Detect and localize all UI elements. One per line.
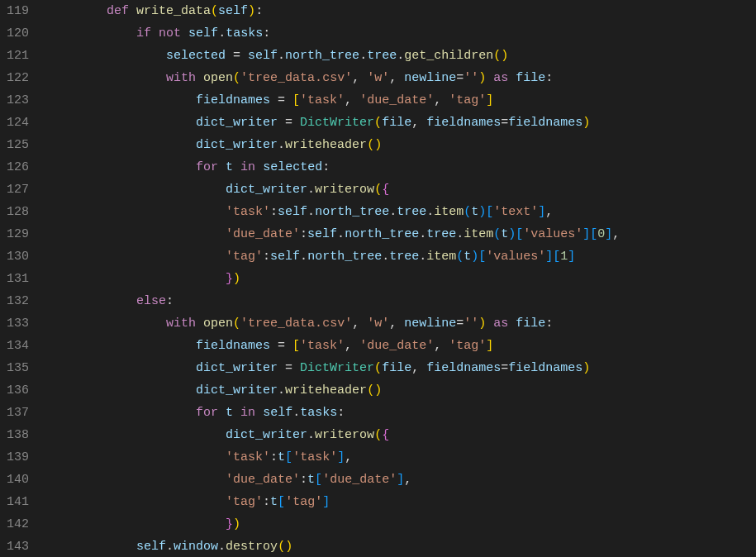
line-number: 143 [7,536,29,557]
token-self: north_tree [315,205,389,219]
token-br2: ] [605,227,612,241]
code-line[interactable]: dict_writer = DictWriter(file, fieldname… [47,112,756,134]
token-op: . [278,383,285,398]
token-op [181,26,188,40]
token-fn: open [203,317,233,331]
token-str: 'due_date' [226,473,300,487]
token-op: . [426,205,434,219]
token-br2: [ [285,450,292,464]
code-line[interactable]: self.window.destroy() [47,536,756,557]
token-br0: ) [582,361,590,375]
token-self: fieldnames [426,116,501,130]
token-br0: ) [478,71,486,85]
token-br0: ) [501,49,508,63]
token-op: . [389,205,397,219]
token-fn: destroy [226,540,278,554]
code-line[interactable]: 'tag':self.north_tree.tree.item(t)['valu… [47,245,756,268]
line-number: 140 [7,469,29,491]
code-line[interactable]: def write_data(self): [47,0,756,22]
token-str: 'tag' [285,495,322,509]
code-line[interactable]: dict_writer.writerow({ [47,179,756,201]
token-self: self [136,540,166,554]
code-line[interactable]: if not self.tasks: [47,22,756,45]
token-self: self [188,26,218,40]
token-op: . [307,205,315,219]
token-op: , [389,317,404,331]
line-number: 134 [7,335,29,357]
code-line[interactable]: else: [47,290,756,312]
token-kw: in [240,160,255,174]
token-str: 'values' [523,227,582,241]
token-br2: ] [538,205,545,219]
token-op: , [352,71,367,85]
code-line[interactable]: with open('tree_data.csv', 'w', newline=… [47,312,756,335]
code-editor[interactable]: 1191201211221231241251261271281291301311… [0,0,756,557]
code-line[interactable]: 'due_date':t['due_date'], [47,469,756,491]
token-op [129,4,136,18]
token-br0: ) [285,540,292,554]
token-op: = [270,93,292,107]
token-br2: ] [337,450,345,464]
token-self: newline [404,317,456,331]
token-op [255,406,263,420]
token-self: self [263,406,292,420]
code-line[interactable]: selected = self.north_tree.tree.get_chil… [47,45,756,67]
token-op: : [270,205,278,219]
line-number: 138 [7,424,29,446]
token-br2: ) [471,250,478,264]
code-line[interactable]: dict_writer.writeheader() [47,134,756,156]
token-self: dict_writer [196,116,278,130]
token-op: , [434,93,449,107]
code-line[interactable]: fieldnames = ['task', 'due_date', 'tag'] [47,89,756,112]
token-str: 'task' [300,339,345,353]
token-self: fieldnames [508,116,582,130]
token-str: 'task' [292,450,337,464]
code-line[interactable]: }) [47,513,756,536]
code-line[interactable]: 'task':t['task'], [47,446,756,469]
code-line[interactable]: fieldnames = ['task', 'due_date', 'tag'] [47,335,756,357]
code-line[interactable]: 'task':self.north_tree.tree.item(t)['tex… [47,201,756,223]
token-br0: [ [292,93,300,107]
token-br0: ( [233,71,240,85]
token-kw: with [166,317,196,331]
token-fn: writeheader [285,383,367,398]
token-num: 1 [560,250,568,264]
token-op [196,71,203,85]
token-kw: for [196,406,218,420]
code-line[interactable]: 'tag':t['tag'] [47,491,756,513]
token-op: . [397,49,404,63]
token-self: t [226,406,233,420]
token-str: 'w' [367,71,389,85]
code-line[interactable]: for t in self.tasks: [47,402,756,424]
line-number: 125 [7,134,29,156]
token-op: , [434,339,449,353]
code-line[interactable]: 'due_date':self.north_tree.tree.item(t)[… [47,223,756,245]
token-str: 'w' [367,317,389,331]
token-op: . [359,49,367,63]
code-line[interactable]: with open('tree_data.csv', 'w', newline=… [47,67,756,89]
token-op: . [278,138,285,152]
token-self: fieldnames [196,93,270,107]
token-self: t [307,473,315,487]
token-kw: for [196,160,218,174]
token-op: . [456,227,464,241]
token-op: . [292,406,300,420]
code-line[interactable]: for t in selected: [47,156,756,179]
token-op: : [300,227,307,241]
token-br0: ( [374,361,382,375]
token-br0: ) [374,383,382,398]
line-number: 141 [7,491,29,513]
line-number: 127 [7,179,29,201]
code-line[interactable]: dict_writer.writeheader() [47,379,756,402]
token-kw: if [136,26,151,40]
token-op [196,317,203,331]
code-line[interactable]: dict_writer.writerow({ [47,424,756,446]
code-area[interactable]: def write_data(self): if not self.tasks:… [47,0,756,557]
code-line[interactable]: dict_writer = DictWriter(file, fieldname… [47,357,756,379]
token-str: 'tree_data.csv' [240,71,352,85]
token-op: = [501,361,508,375]
token-br2: ] [568,250,575,264]
line-number: 139 [7,446,29,469]
token-self: t [471,205,478,219]
code-line[interactable]: }) [47,268,756,290]
